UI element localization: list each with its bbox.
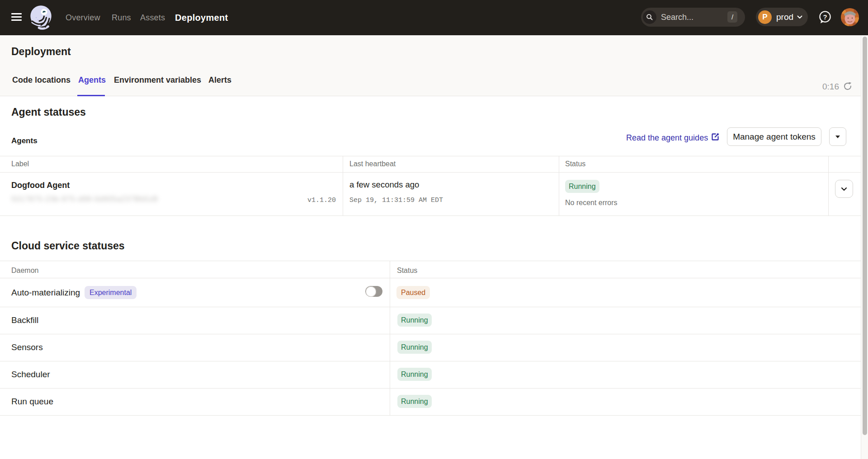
svg-text:?: ? (823, 13, 827, 21)
